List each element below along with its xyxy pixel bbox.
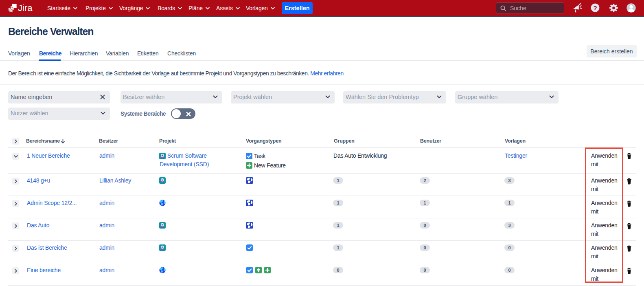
svg-text:?: ? bbox=[593, 4, 597, 11]
